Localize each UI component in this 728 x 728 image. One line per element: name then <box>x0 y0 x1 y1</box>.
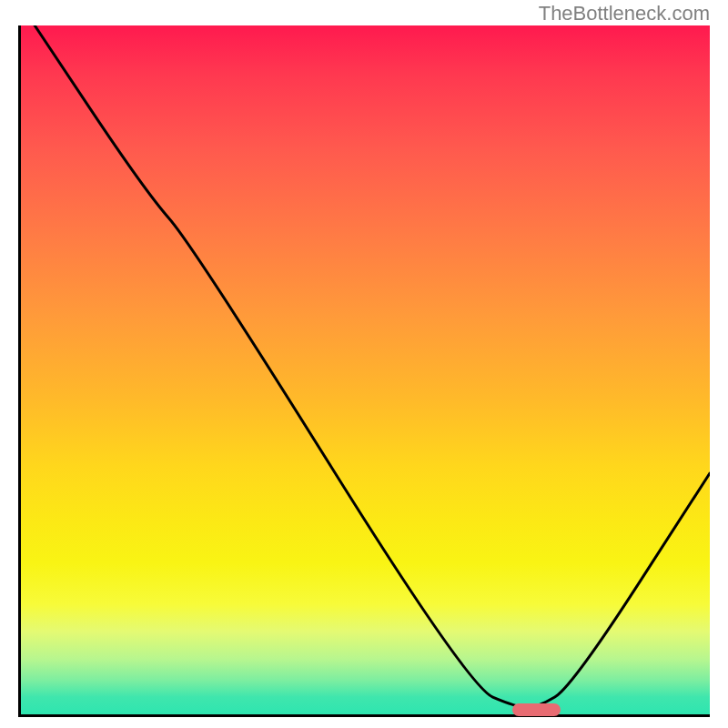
chart-gradient-background <box>21 25 710 714</box>
attribution-text: TheBottleneck.com <box>539 2 710 25</box>
optimal-range-marker <box>512 703 561 716</box>
chart-plot-area <box>18 25 710 717</box>
